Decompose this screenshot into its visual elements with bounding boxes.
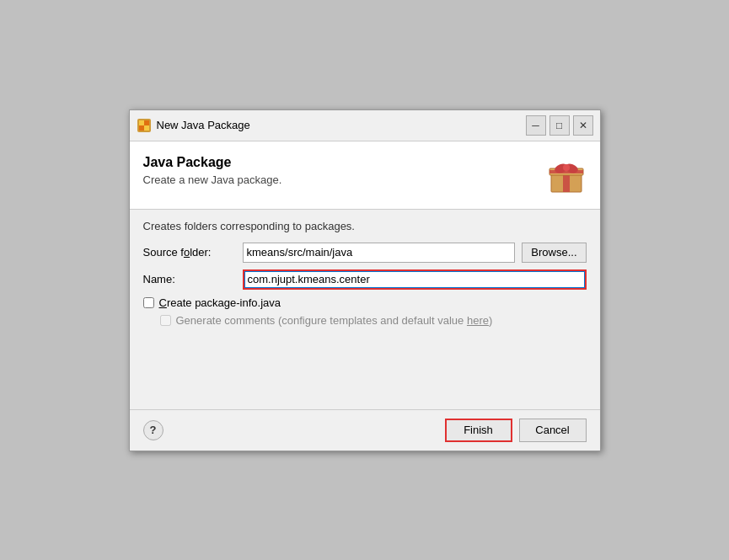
browse-button[interactable]: Browse... — [522, 243, 586, 263]
dialog-spacer — [130, 342, 600, 409]
package-icon — [546, 155, 587, 195]
window-controls: ─ □ ✕ — [526, 115, 593, 136]
title-bar: New Java Package ─ □ ✕ — [130, 110, 600, 141]
cancel-button[interactable]: Cancel — [519, 419, 587, 442]
generate-comments-checkbox[interactable] — [160, 315, 171, 326]
window-icon — [137, 118, 152, 133]
footer-buttons: Finish Cancel — [445, 419, 587, 442]
maximize-button[interactable]: □ — [549, 115, 570, 136]
dialog-header: Java Package Create a new Java package. — [130, 141, 600, 210]
close-button[interactable]: ✕ — [573, 115, 593, 136]
name-input[interactable] — [243, 269, 587, 290]
create-package-info-label[interactable]: Create package-info.java — [159, 296, 281, 309]
header-subtitle: Create a new Java package. — [143, 173, 282, 186]
name-label: Name: — [143, 273, 236, 285]
svg-rect-1 — [139, 120, 144, 125]
header-title: Java Package — [143, 155, 282, 170]
source-folder-row: Source folder: Browse... — [143, 243, 587, 263]
minimize-button[interactable]: ─ — [526, 115, 546, 136]
svg-point-13 — [563, 164, 570, 171]
dialog-body: Creates folders corresponding to package… — [130, 210, 600, 342]
source-folder-input[interactable] — [243, 243, 516, 263]
name-row: Name: — [143, 269, 587, 290]
dialog-footer: ? Finish Cancel — [130, 409, 600, 451]
generate-comments-label: Generate comments (configure templates a… — [176, 314, 493, 327]
name-input-wrapper — [243, 269, 587, 290]
generate-comments-row: Generate comments (configure templates a… — [160, 314, 587, 327]
svg-rect-3 — [139, 125, 144, 131]
body-description: Creates folders corresponding to package… — [143, 220, 587, 232]
help-button[interactable]: ? — [143, 420, 163, 440]
svg-rect-7 — [563, 173, 570, 192]
create-package-info-row: Create package-info.java — [143, 296, 587, 309]
here-link[interactable]: here — [467, 314, 489, 327]
header-text: Java Package Create a new Java package. — [143, 155, 282, 186]
svg-rect-4 — [144, 125, 149, 131]
dialog-window: New Java Package ─ □ ✕ Java Package Crea… — [129, 109, 601, 451]
window-title: New Java Package — [157, 119, 521, 131]
source-folder-label: Source folder: — [143, 246, 236, 259]
svg-rect-2 — [144, 120, 149, 125]
create-package-info-checkbox[interactable] — [143, 297, 154, 308]
finish-button[interactable]: Finish — [445, 419, 512, 442]
